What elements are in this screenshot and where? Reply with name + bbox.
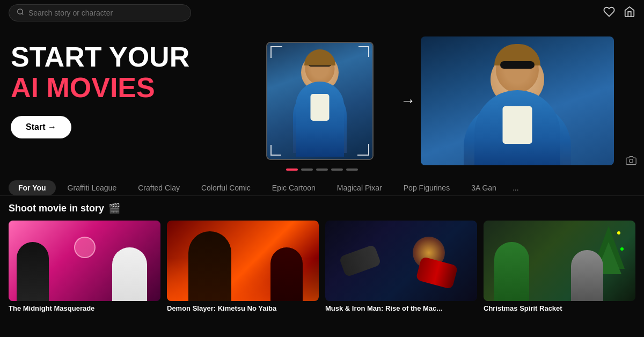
hero-images: → <box>236 26 644 176</box>
section-title-text: Shoot movie in story <box>9 203 104 214</box>
tabs-more[interactable]: ... <box>508 180 523 195</box>
tabs-row: For You Graffiti League Crafted Clay Col… <box>9 180 635 195</box>
tab-epic-cartoon[interactable]: Epic Cartoon <box>262 180 325 195</box>
carousel-dots <box>286 169 358 171</box>
svg-point-1 <box>630 159 633 163</box>
cards-grid: The Midnight Masquerade Demon Slayer: Ki… <box>9 221 635 312</box>
tab-crafted-clay[interactable]: Crafted Clay <box>128 180 189 195</box>
tab-colorful-comic[interactable]: Colorful Comic <box>192 180 260 195</box>
transform-arrow: → <box>400 92 415 109</box>
dot-1[interactable] <box>286 169 298 171</box>
svg-point-0 <box>18 9 23 14</box>
dot-3[interactable] <box>316 169 328 171</box>
tab-for-you[interactable]: For You <box>9 180 56 195</box>
header <box>0 0 644 26</box>
section-title-icon: 🎬 <box>108 202 120 214</box>
dot-2[interactable] <box>301 169 313 171</box>
tab-pop-figurines[interactable]: Pop Figurines <box>394 180 459 195</box>
dot-5[interactable] <box>346 169 358 171</box>
card-3[interactable]: Christmas Spirit Racket <box>484 221 635 312</box>
scan-corner-bl <box>270 145 281 156</box>
card-2-image <box>325 221 477 301</box>
card-1-image <box>167 221 319 301</box>
section-title: Shoot movie in story 🎬 <box>9 202 635 214</box>
scan-corner-tr <box>358 46 369 57</box>
home-icon[interactable] <box>624 6 635 20</box>
card-2[interactable]: Musk & Iron Man: Rise of the Mac... <box>325 221 477 312</box>
hero-image-before <box>266 42 374 160</box>
card-0-image <box>9 221 160 301</box>
card-1[interactable]: Demon Slayer: Kimetsu No Yaiba <box>167 221 319 312</box>
hero-section: START YOUR AI MOVIES Start → → <box>0 26 644 176</box>
card-3-image <box>484 221 635 301</box>
card-1-title: Demon Slayer: Kimetsu No Yaiba <box>167 304 319 312</box>
header-icons <box>603 6 635 20</box>
card-0[interactable]: The Midnight Masquerade <box>9 221 160 312</box>
dot-4[interactable] <box>331 169 343 171</box>
card-2-title: Musk & Iron Man: Rise of the Mac... <box>325 304 477 312</box>
tab-magical-pixar[interactable]: Magical Pixar <box>327 180 392 195</box>
card-3-title: Christmas Spirit Racket <box>484 304 635 312</box>
hero-title-line1: START YOUR <box>11 42 189 72</box>
camera-icon <box>626 155 636 169</box>
tabs-section: For You Graffiti League Crafted Clay Col… <box>0 176 644 196</box>
person-before-photo <box>267 43 372 159</box>
search-bar[interactable] <box>9 4 191 21</box>
search-icon <box>17 8 24 18</box>
content-section: Shoot movie in story 🎬 The Midnight Masq… <box>0 196 644 317</box>
heart-icon[interactable] <box>603 6 615 20</box>
card-0-title: The Midnight Masquerade <box>9 304 160 312</box>
hero-text: START YOUR AI MOVIES Start → <box>11 42 189 138</box>
tab-graffiti-league[interactable]: Graffiti League <box>58 180 127 195</box>
start-button[interactable]: Start → <box>11 116 71 138</box>
hero-title-line2: AI MOVIES <box>11 72 189 103</box>
tab-3a-gan[interactable]: 3A Gan <box>462 180 506 195</box>
search-input[interactable] <box>28 9 183 17</box>
hero-image-after <box>421 36 614 165</box>
person-after-photo <box>421 36 614 165</box>
